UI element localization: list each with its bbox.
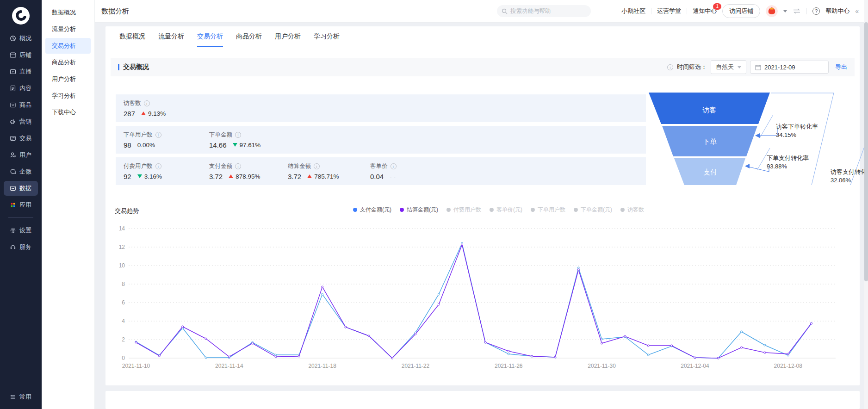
scrollbar-thumb[interactable]	[864, 22, 868, 281]
link-community[interactable]: 小鹅社区	[621, 7, 645, 15]
metric-order-amount: 下单金额i 14.66 97.61%	[209, 126, 302, 154]
submenu-item-download-center[interactable]: 下载中心	[45, 105, 91, 120]
visit-shop-button[interactable]: 访问店铺	[722, 4, 760, 18]
section-title: 交易概况	[123, 63, 149, 71]
sidebar-item-label: 数据	[19, 184, 31, 192]
sidebar-item-data[interactable]: 数据	[4, 181, 38, 196]
legend-dot	[531, 208, 535, 212]
x-tick-label: 2021-11-30	[588, 363, 616, 369]
tab-user-analysis[interactable]: 用户分析	[275, 26, 301, 47]
data-submenu: 数据概况 流量分析 交易分析 商品分析 用户分析 学习分析 下载中心	[42, 0, 95, 409]
metric-paid-amount: 支付金额i 3.72 878.95%	[209, 157, 288, 185]
next-section-card	[105, 391, 860, 409]
metrics-row-payments: 付费用户数i 92 3.16% 支付金额i 3.72 878.95% 结算金额i…	[116, 157, 646, 185]
sidebar-item-overview[interactable]: 概况	[4, 31, 38, 46]
divider	[651, 8, 651, 14]
sidebar-item-goods[interactable]: 商品	[4, 98, 38, 112]
metric-value: 14.66	[209, 141, 227, 149]
funnel-stage-label: 支付	[703, 168, 717, 176]
tab-data-overview[interactable]: 数据概况	[119, 26, 145, 47]
arrow-down-icon	[137, 174, 142, 178]
legend-item-0[interactable]: 支付金额(元)	[353, 206, 391, 214]
conversion-order-pay: 下单支付转化率 93.88%	[767, 154, 809, 171]
info-icon[interactable]: i	[155, 163, 161, 169]
legend-label: 下单金额(元)	[581, 206, 612, 214]
divider	[806, 8, 807, 14]
export-link[interactable]: 导出	[835, 63, 847, 71]
info-icon[interactable]: i	[314, 163, 320, 169]
sidebar-item-content[interactable]: 内容	[4, 81, 38, 96]
sidebar-item-trade[interactable]: 交易	[4, 131, 38, 146]
sidebar-item-settings[interactable]: 设置	[4, 223, 38, 238]
info-icon[interactable]: i	[391, 163, 397, 169]
submenu-item-trade-analysis[interactable]: 交易分析	[45, 38, 91, 54]
x-tick-labels: 2021-11-102021-11-142021-11-182021-11-22…	[122, 363, 803, 369]
help-icon: ?	[812, 7, 820, 15]
sidebar-item-shop[interactable]: 店铺	[4, 48, 38, 62]
legend-item-6[interactable]: 访客数	[620, 206, 644, 214]
tab-learning-analysis[interactable]: 学习分析	[314, 26, 340, 47]
series-line-支付金额(元)	[136, 243, 812, 358]
link-help-center[interactable]: 帮助中心	[825, 7, 849, 15]
divider	[687, 8, 687, 14]
submenu-item-traffic-analysis[interactable]: 流量分析	[45, 21, 91, 37]
submenu-item-learning-analysis[interactable]: 学习分析	[45, 88, 91, 104]
tab-goods-analysis[interactable]: 商品分析	[236, 26, 262, 47]
page-scrollbar[interactable]	[864, 0, 868, 409]
legend-label: 支付金额(元)	[360, 206, 391, 214]
sidebar-item-marketing[interactable]: 营销	[4, 114, 38, 129]
sidebar-item-label: 营销	[19, 118, 31, 126]
info-icon[interactable]: i	[155, 132, 161, 138]
calendar-icon	[755, 64, 761, 70]
sidebar-item-frequently-used[interactable]: 常用	[4, 390, 38, 404]
info-icon[interactable]: i	[144, 100, 150, 106]
tab-traffic-analysis[interactable]: 流量分析	[158, 26, 184, 47]
legend-item-1[interactable]: 结算金额(元)	[400, 206, 438, 214]
metric-settled-amount: 结算金额i 3.72 785.71%	[288, 157, 370, 185]
link-academy[interactable]: 运营学堂	[657, 7, 681, 15]
metric-label: 访客数	[124, 99, 141, 107]
chevron-down-icon[interactable]	[783, 10, 787, 12]
submenu-item-user-analysis[interactable]: 用户分析	[45, 71, 91, 87]
metric-label: 下单用户数	[124, 131, 153, 139]
sidebar-item-label: 用户	[19, 151, 31, 159]
search-input[interactable]: 搜索功能与帮助	[497, 5, 591, 17]
submenu-item-goods-analysis[interactable]: 商品分析	[45, 55, 91, 70]
switch-account-icon[interactable]	[793, 8, 801, 14]
legend-item-2[interactable]: 付费用户数	[446, 206, 481, 214]
legend-label: 访客数	[627, 206, 644, 214]
link-notice-center[interactable]: 通知中心 1	[693, 7, 717, 15]
collapse-icon[interactable]: «	[855, 7, 859, 15]
sidebar-item-wecom[interactable]: 企微	[4, 164, 38, 179]
info-icon[interactable]: i	[235, 163, 241, 169]
sidebar-item-service[interactable]: 服务	[4, 240, 38, 254]
live-video-icon	[10, 68, 16, 75]
metric-avg-order-value: 客单价i 0.04 - -	[370, 157, 463, 185]
brand-logo[interactable]	[12, 6, 30, 25]
sidebar-item-live[interactable]: 直播	[4, 64, 38, 79]
metric-value: 3.72	[209, 173, 223, 180]
metric-change: 9.13%	[148, 110, 166, 117]
metric-label: 客单价	[370, 162, 388, 170]
conversion-value: 32.06%	[831, 176, 868, 185]
sidebar-item-apps[interactable]: 应用	[4, 198, 38, 212]
conversion-label: 下单支付转化率	[767, 154, 809, 162]
legend-item-5[interactable]: 下单金额(元)	[574, 206, 612, 214]
legend-item-4[interactable]: 下单用户数	[531, 206, 565, 214]
legend-item-3[interactable]: 客单价(元)	[490, 206, 522, 214]
date-picker[interactable]: 2021-12-09	[750, 61, 829, 74]
funnel-bracket-line	[760, 115, 773, 138]
avatar[interactable]	[766, 5, 778, 17]
analysis-card: 数据概况 流量分析 交易分析 商品分析 用户分析 学习分析 交易概况 i 时间筛…	[105, 26, 860, 385]
submenu-item-data-overview[interactable]: 数据概况	[45, 5, 91, 20]
info-icon[interactable]: i	[235, 132, 241, 138]
metric-change: 878.95%	[236, 173, 260, 180]
granularity-select[interactable]: 自然天	[711, 60, 746, 74]
y-tick-label: 2	[122, 336, 125, 343]
storefront-icon	[10, 52, 16, 58]
series-markers-结算金额(元)	[135, 244, 812, 359]
x-tick-label: 2021-12-04	[681, 363, 709, 369]
tab-trade-analysis[interactable]: 交易分析	[197, 26, 223, 47]
x-tick-label: 2021-12-08	[774, 363, 803, 369]
sidebar-item-users[interactable]: 用户	[4, 148, 38, 162]
